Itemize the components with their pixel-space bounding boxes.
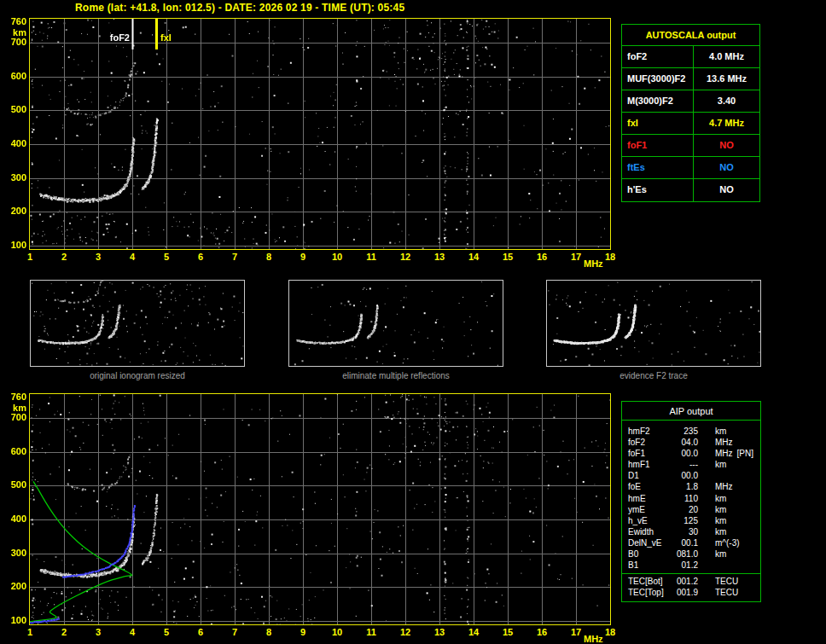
thumbnail-caption: original ionogram resized [30, 371, 245, 380]
autoscala-row: MUF(3000)F213.6 MHz [622, 68, 759, 90]
x-axis-tick: 17 [571, 252, 581, 262]
x-axis-tick: 15 [503, 628, 513, 637]
parameter-value: NO [694, 157, 759, 178]
parameter-unit: m^(-3) [698, 537, 740, 548]
parameter-unit: km [698, 459, 726, 470]
x-axis-tick: 11 [366, 252, 376, 262]
ionogram-canvas-bottom [30, 394, 610, 624]
aip-row: B101.2 [622, 560, 760, 571]
x-axis-tick: 2 [61, 628, 67, 637]
y-axis-unit-label: km [0, 403, 26, 413]
parameter-value: 110 [670, 493, 698, 504]
parameter-unit: TECU [698, 576, 738, 587]
aip-row: TEC[Top]001.9TECU [622, 587, 760, 598]
x-axis-tick: 7 [232, 628, 237, 637]
x-axis-tick: 14 [468, 252, 479, 262]
autoscala-table-rows: foF24.0 MHzMUF(3000)F213.6 MHzM(3000)F23… [622, 46, 759, 201]
x-axis-tick: 18 [605, 628, 615, 637]
parameter-unit: km [698, 548, 726, 560]
parameter-label: foF1 [622, 135, 694, 156]
y-axis-tick: 300 [0, 173, 26, 183]
parameter-value: 235 [670, 426, 698, 437]
parameter-value: 00.1 [670, 537, 698, 548]
parameter-unit: km [698, 504, 726, 515]
parameter-label: fxI [622, 113, 694, 134]
aip-tec-rows: TEC[Bot]001.2TECUTEC[Top]001.9TECU [622, 576, 760, 598]
parameter-label: hmF2 [622, 426, 670, 437]
ionogram-plot-bottom [29, 393, 611, 625]
thumbnail-caption: eliminate multiple reflections [288, 371, 503, 380]
y-axis-tick: 200 [0, 582, 26, 591]
x-axis-tick: 2 [61, 252, 67, 262]
thumbnail-canvas [547, 281, 760, 366]
parameter-value: 001.2 [670, 576, 698, 587]
y-axis-tick: 100 [0, 616, 26, 625]
x-axis-tick: 12 [400, 252, 410, 262]
thumbnail-panel [288, 280, 503, 367]
parameter-value: 20 [670, 504, 698, 515]
parameter-value: --- [670, 459, 698, 470]
fxi-marker-label: fxI [160, 32, 172, 43]
x-axis-unit-label: MHz [584, 635, 603, 644]
autoscala-row: fxI4.7 MHz [622, 113, 759, 135]
parameter-label: TEC[Bot] [622, 576, 670, 587]
x-axis-tick: 4 [130, 252, 135, 262]
y-axis-tick: 760 [0, 17, 26, 26]
y-axis-tick: 300 [0, 548, 26, 558]
x-axis-tick: 17 [571, 628, 581, 637]
y-axis-tick: 400 [0, 514, 26, 524]
parameter-label: Ewidth [622, 526, 670, 537]
aip-table-rows: hmF2235kmfoF204.0MHzfoF100.0MHz[PN]hmF1-… [622, 426, 760, 571]
y-axis-tick: 700 [0, 38, 26, 47]
aip-row: DelN_vE00.1m^(-3) [622, 537, 760, 548]
parameter-label: ftEs [622, 157, 694, 178]
aip-row: h_vE125km [622, 515, 760, 526]
y-axis-tick: 500 [0, 105, 26, 114]
parameter-unit [698, 470, 715, 481]
aip-output-table: AIP output hmF2235kmfoF204.0MHzfoF100.0M… [621, 401, 761, 602]
parameter-unit: TECU [698, 587, 738, 598]
parameter-unit: km [698, 493, 726, 504]
thumbnail-panel [30, 280, 245, 367]
parameter-label: MUF(3000)F2 [622, 68, 694, 90]
x-axis-tick: 3 [96, 628, 101, 637]
y-axis-tick: 400 [0, 139, 26, 148]
x-axis-tick: 8 [266, 628, 271, 637]
parameter-label: foF2 [622, 437, 670, 448]
parameter-label: B0 [622, 548, 670, 560]
parameter-value: 30 [670, 526, 698, 537]
x-axis-tick: 15 [503, 252, 513, 262]
parameter-value: 04.0 [670, 437, 698, 448]
y-axis-tick: 600 [0, 72, 26, 81]
aip-row: foF204.0MHz [622, 437, 760, 448]
aip-table-title: AIP output [622, 402, 760, 421]
x-axis-tick: 9 [300, 628, 305, 637]
parameter-label: hmF1 [622, 459, 670, 470]
x-axis-tick: 1 [27, 252, 32, 262]
y-axis-tick: 600 [0, 447, 26, 456]
parameter-value: 00.0 [670, 470, 698, 481]
x-axis-tick: 6 [198, 252, 203, 262]
x-axis-tick: 11 [366, 628, 376, 637]
parameter-value: 3.40 [694, 90, 759, 112]
x-axis-tick: 10 [332, 252, 342, 262]
parameter-value: 1.8 [670, 481, 698, 492]
y-axis-tick: 500 [0, 480, 26, 490]
parameter-label: DelN_vE [622, 537, 670, 548]
aip-row: Ewidth30km [622, 526, 760, 537]
thumbnail-canvas [289, 281, 503, 366]
x-axis-tick: 3 [96, 252, 101, 262]
autoscala-row: M(3000)F23.40 [622, 90, 759, 113]
fof2-marker-label: foF2 [96, 32, 130, 43]
x-axis-tick: 5 [164, 252, 169, 262]
x-axis-tick: 9 [300, 252, 305, 262]
parameter-value: 13.6 MHz [694, 68, 759, 90]
station-date-time-title: Rome (lat: +41.8, lon: 012.5) - DATE: 20… [75, 2, 404, 14]
parameter-label: h'Es [622, 179, 694, 201]
ionogram-canvas-top [30, 19, 610, 249]
parameter-value: NO [694, 179, 759, 201]
autoscala-output-table: AUTOSCALA output foF24.0 MHzMUF(3000)F21… [621, 24, 760, 202]
parameter-label: foF1 [622, 448, 670, 459]
y-axis-unit-label: km [0, 28, 26, 38]
x-axis-unit-label: MHz [584, 259, 603, 269]
